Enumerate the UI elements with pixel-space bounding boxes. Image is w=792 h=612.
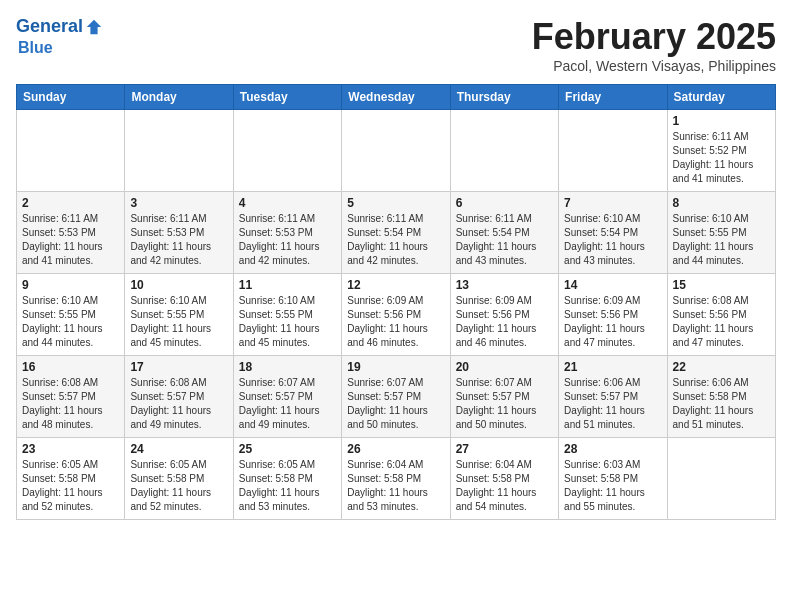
day-number: 11 [239,278,336,292]
day-number: 4 [239,196,336,210]
logo-general: General [16,16,83,38]
day-number: 20 [456,360,553,374]
weekday-header-row: SundayMondayTuesdayWednesdayThursdayFrid… [17,85,776,110]
calendar-cell: 23Sunrise: 6:05 AM Sunset: 5:58 PM Dayli… [17,438,125,520]
day-info: Sunrise: 6:07 AM Sunset: 5:57 PM Dayligh… [456,376,553,432]
month-title: February 2025 [532,16,776,58]
day-number: 28 [564,442,661,456]
weekday-header-sunday: Sunday [17,85,125,110]
day-number: 18 [239,360,336,374]
day-info: Sunrise: 6:11 AM Sunset: 5:52 PM Dayligh… [673,130,770,186]
calendar-table: SundayMondayTuesdayWednesdayThursdayFrid… [16,84,776,520]
day-info: Sunrise: 6:04 AM Sunset: 5:58 PM Dayligh… [456,458,553,514]
calendar-cell [450,110,558,192]
day-number: 1 [673,114,770,128]
day-info: Sunrise: 6:05 AM Sunset: 5:58 PM Dayligh… [130,458,227,514]
day-info: Sunrise: 6:11 AM Sunset: 5:54 PM Dayligh… [456,212,553,268]
day-info: Sunrise: 6:05 AM Sunset: 5:58 PM Dayligh… [239,458,336,514]
day-info: Sunrise: 6:11 AM Sunset: 5:53 PM Dayligh… [130,212,227,268]
calendar-cell: 9Sunrise: 6:10 AM Sunset: 5:55 PM Daylig… [17,274,125,356]
calendar-cell: 5Sunrise: 6:11 AM Sunset: 5:54 PM Daylig… [342,192,450,274]
day-info: Sunrise: 6:05 AM Sunset: 5:58 PM Dayligh… [22,458,119,514]
calendar-cell: 21Sunrise: 6:06 AM Sunset: 5:57 PM Dayli… [559,356,667,438]
calendar-cell [17,110,125,192]
calendar-cell: 8Sunrise: 6:10 AM Sunset: 5:55 PM Daylig… [667,192,775,274]
weekday-header-wednesday: Wednesday [342,85,450,110]
calendar-cell [125,110,233,192]
week-row-4: 16Sunrise: 6:08 AM Sunset: 5:57 PM Dayli… [17,356,776,438]
calendar-cell: 20Sunrise: 6:07 AM Sunset: 5:57 PM Dayli… [450,356,558,438]
day-info: Sunrise: 6:09 AM Sunset: 5:56 PM Dayligh… [564,294,661,350]
calendar-cell: 18Sunrise: 6:07 AM Sunset: 5:57 PM Dayli… [233,356,341,438]
calendar-cell: 19Sunrise: 6:07 AM Sunset: 5:57 PM Dayli… [342,356,450,438]
day-info: Sunrise: 6:09 AM Sunset: 5:56 PM Dayligh… [456,294,553,350]
calendar-cell: 28Sunrise: 6:03 AM Sunset: 5:58 PM Dayli… [559,438,667,520]
day-info: Sunrise: 6:08 AM Sunset: 5:56 PM Dayligh… [673,294,770,350]
day-info: Sunrise: 6:10 AM Sunset: 5:55 PM Dayligh… [673,212,770,268]
day-info: Sunrise: 6:09 AM Sunset: 5:56 PM Dayligh… [347,294,444,350]
calendar-cell: 6Sunrise: 6:11 AM Sunset: 5:54 PM Daylig… [450,192,558,274]
calendar-cell: 24Sunrise: 6:05 AM Sunset: 5:58 PM Dayli… [125,438,233,520]
day-info: Sunrise: 6:08 AM Sunset: 5:57 PM Dayligh… [22,376,119,432]
day-info: Sunrise: 6:07 AM Sunset: 5:57 PM Dayligh… [347,376,444,432]
page-header: General Blue February 2025 Pacol, Wester… [16,16,776,74]
weekday-header-monday: Monday [125,85,233,110]
day-number: 15 [673,278,770,292]
day-number: 27 [456,442,553,456]
calendar-cell: 15Sunrise: 6:08 AM Sunset: 5:56 PM Dayli… [667,274,775,356]
day-number: 12 [347,278,444,292]
day-number: 9 [22,278,119,292]
day-number: 8 [673,196,770,210]
calendar-cell [342,110,450,192]
weekday-header-saturday: Saturday [667,85,775,110]
day-number: 25 [239,442,336,456]
day-number: 22 [673,360,770,374]
calendar-cell: 27Sunrise: 6:04 AM Sunset: 5:58 PM Dayli… [450,438,558,520]
day-info: Sunrise: 6:11 AM Sunset: 5:53 PM Dayligh… [239,212,336,268]
day-info: Sunrise: 6:06 AM Sunset: 5:57 PM Dayligh… [564,376,661,432]
day-info: Sunrise: 6:03 AM Sunset: 5:58 PM Dayligh… [564,458,661,514]
calendar-cell: 25Sunrise: 6:05 AM Sunset: 5:58 PM Dayli… [233,438,341,520]
calendar-cell: 3Sunrise: 6:11 AM Sunset: 5:53 PM Daylig… [125,192,233,274]
day-info: Sunrise: 6:11 AM Sunset: 5:53 PM Dayligh… [22,212,119,268]
day-number: 13 [456,278,553,292]
day-info: Sunrise: 6:11 AM Sunset: 5:54 PM Dayligh… [347,212,444,268]
location-subtitle: Pacol, Western Visayas, Philippines [532,58,776,74]
calendar-cell: 7Sunrise: 6:10 AM Sunset: 5:54 PM Daylig… [559,192,667,274]
calendar-cell: 12Sunrise: 6:09 AM Sunset: 5:56 PM Dayli… [342,274,450,356]
calendar-cell: 26Sunrise: 6:04 AM Sunset: 5:58 PM Dayli… [342,438,450,520]
calendar-cell: 11Sunrise: 6:10 AM Sunset: 5:55 PM Dayli… [233,274,341,356]
day-number: 7 [564,196,661,210]
calendar-cell: 14Sunrise: 6:09 AM Sunset: 5:56 PM Dayli… [559,274,667,356]
day-info: Sunrise: 6:08 AM Sunset: 5:57 PM Dayligh… [130,376,227,432]
day-number: 16 [22,360,119,374]
day-info: Sunrise: 6:06 AM Sunset: 5:58 PM Dayligh… [673,376,770,432]
title-block: February 2025 Pacol, Western Visayas, Ph… [532,16,776,74]
day-number: 21 [564,360,661,374]
weekday-header-thursday: Thursday [450,85,558,110]
calendar-cell: 17Sunrise: 6:08 AM Sunset: 5:57 PM Dayli… [125,356,233,438]
calendar-cell: 10Sunrise: 6:10 AM Sunset: 5:55 PM Dayli… [125,274,233,356]
weekday-header-tuesday: Tuesday [233,85,341,110]
calendar-cell: 13Sunrise: 6:09 AM Sunset: 5:56 PM Dayli… [450,274,558,356]
calendar-cell [233,110,341,192]
day-number: 26 [347,442,444,456]
calendar-cell: 22Sunrise: 6:06 AM Sunset: 5:58 PM Dayli… [667,356,775,438]
week-row-2: 2Sunrise: 6:11 AM Sunset: 5:53 PM Daylig… [17,192,776,274]
day-number: 2 [22,196,119,210]
logo-icon [85,18,103,36]
day-number: 19 [347,360,444,374]
day-number: 3 [130,196,227,210]
logo: General Blue [16,16,103,57]
day-info: Sunrise: 6:10 AM Sunset: 5:55 PM Dayligh… [22,294,119,350]
calendar-cell: 16Sunrise: 6:08 AM Sunset: 5:57 PM Dayli… [17,356,125,438]
day-number: 14 [564,278,661,292]
calendar-cell [667,438,775,520]
calendar-cell: 2Sunrise: 6:11 AM Sunset: 5:53 PM Daylig… [17,192,125,274]
logo-blue: Blue [18,38,103,57]
week-row-5: 23Sunrise: 6:05 AM Sunset: 5:58 PM Dayli… [17,438,776,520]
day-number: 23 [22,442,119,456]
calendar-cell: 1Sunrise: 6:11 AM Sunset: 5:52 PM Daylig… [667,110,775,192]
calendar-cell [559,110,667,192]
calendar-cell: 4Sunrise: 6:11 AM Sunset: 5:53 PM Daylig… [233,192,341,274]
